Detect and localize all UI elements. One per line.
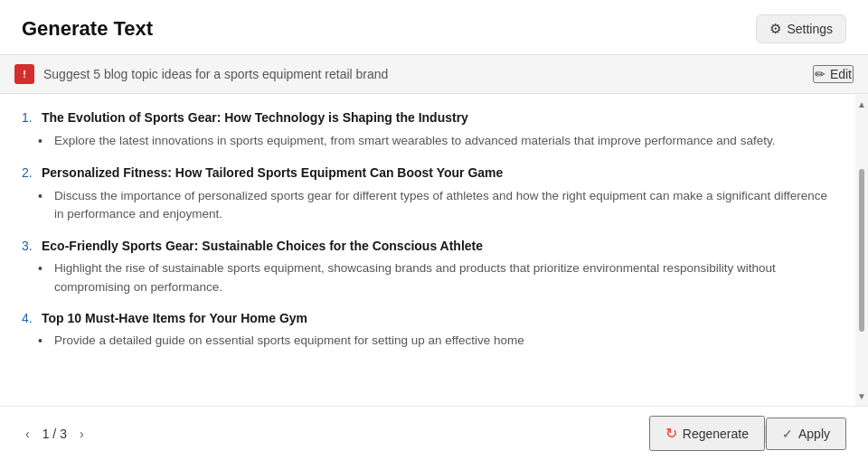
item-title: Personalized Fitness: How Tailored Sport… xyxy=(42,164,503,183)
item-number: 1. xyxy=(22,108,38,128)
pagination: ‹ 1 / 3 › xyxy=(22,425,88,443)
content-scroll[interactable]: 1. The Evolution of Sports Gear: How Tec… xyxy=(0,94,855,406)
scroll-down-arrow[interactable]: ▼ xyxy=(855,390,868,402)
edit-icon: ✏ xyxy=(815,67,826,81)
item-description: Provide a detailed guide on essential sp… xyxy=(54,332,524,352)
item-description: Discuss the importance of personalized s… xyxy=(54,187,834,224)
bullet-dot: • xyxy=(38,259,47,296)
edit-button[interactable]: ✏ Edit xyxy=(813,65,854,83)
apply-button[interactable]: ✓ Apply xyxy=(766,418,846,450)
item-number: 3. xyxy=(22,237,38,257)
prev-page-button[interactable]: ‹ xyxy=(22,425,33,443)
list-item: 3. Eco-Friendly Sports Gear: Sustainable… xyxy=(22,237,834,296)
list-item: 4. Top 10 Must-Have Items for Your Home … xyxy=(22,309,834,352)
next-page-button[interactable]: › xyxy=(76,425,88,443)
footer-actions: ↻ Regenerate ✓ Apply xyxy=(649,416,846,451)
footer: ‹ 1 / 3 › ↻ Regenerate ✓ Apply xyxy=(0,406,868,460)
settings-button[interactable]: ⚙ Settings xyxy=(756,14,846,43)
page-title: Generate Text xyxy=(22,17,153,41)
blog-list: 1. The Evolution of Sports Gear: How Tec… xyxy=(22,108,834,352)
list-item: 2. Personalized Fitness: How Tailored Sp… xyxy=(22,164,834,223)
item-description: Explore the latest innovations in sports… xyxy=(54,132,775,152)
content-area: 1. The Evolution of Sports Gear: How Tec… xyxy=(0,94,868,406)
scroll-up-arrow[interactable]: ▲ xyxy=(855,98,868,110)
settings-label: Settings xyxy=(787,22,833,36)
header: Generate Text ⚙ Settings xyxy=(0,0,868,54)
check-icon: ✓ xyxy=(782,427,793,441)
prompt-text: Suggest 5 blog topic ideas for a sports … xyxy=(43,67,804,81)
bullet-dot: • xyxy=(38,187,47,224)
item-title: Top 10 Must-Have Items for Your Home Gym xyxy=(42,309,307,329)
item-number: 4. xyxy=(22,309,38,329)
list-item: 1. The Evolution of Sports Gear: How Tec… xyxy=(22,108,834,151)
bullet-dot: • xyxy=(38,132,47,152)
item-description: Highlight the rise of sustainable sports… xyxy=(54,259,834,296)
bullet-dot: • xyxy=(38,332,47,352)
page-indicator: 1 / 3 xyxy=(42,427,67,441)
item-number: 2. xyxy=(22,164,38,183)
item-title: The Evolution of Sports Gear: How Techno… xyxy=(42,108,468,128)
prompt-bar: ! Suggest 5 blog topic ideas for a sport… xyxy=(0,54,868,94)
gear-icon: ⚙ xyxy=(769,21,781,37)
scrollbar[interactable]: ▲ ▼ xyxy=(855,94,868,406)
item-title: Eco-Friendly Sports Gear: Sustainable Ch… xyxy=(42,237,483,257)
prompt-icon: ! xyxy=(14,64,34,84)
regenerate-button[interactable]: ↻ Regenerate xyxy=(649,416,765,451)
regenerate-icon: ↻ xyxy=(665,425,677,442)
scrollbar-thumb[interactable] xyxy=(859,169,864,332)
